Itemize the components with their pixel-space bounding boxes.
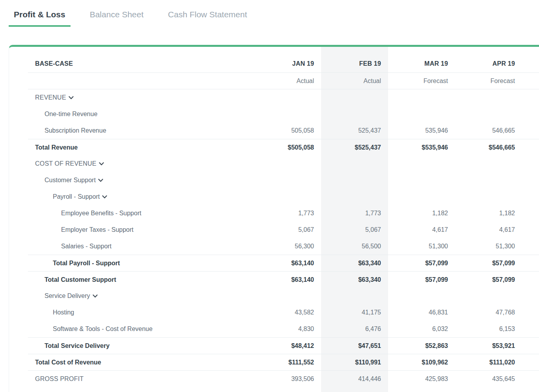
chevron-down-icon[interactable] bbox=[98, 179, 103, 182]
cell-total-service-delivery-jan-19: $48,412 bbox=[254, 337, 321, 354]
chevron-down-icon[interactable] bbox=[93, 294, 98, 298]
row-label-text: Total Cost of Revenue bbox=[35, 359, 101, 366]
row-filler bbox=[522, 139, 539, 155]
tab-profit-and-loss[interactable]: Profit & Loss bbox=[9, 9, 71, 27]
statement-tabs: Profit & Loss Balance Sheet Cash Flow St… bbox=[0, 0, 539, 27]
row-label-text: Service Delivery bbox=[45, 292, 90, 300]
row-filler bbox=[522, 271, 539, 288]
row-label-salaries-support: Salaries - Support bbox=[28, 238, 254, 255]
cell-employer-taxes-support-mar-19: 4,617 bbox=[388, 222, 455, 238]
row-label-hosting: Hosting bbox=[28, 304, 254, 321]
spacer-cell bbox=[522, 387, 539, 392]
cell-subscription-revenue-apr-19: 546,665 bbox=[455, 122, 522, 139]
row-label-text: REVENUE bbox=[35, 94, 66, 101]
cell-hosting-apr-19: 47,768 bbox=[455, 304, 522, 321]
scenario-label: BASE-CASE bbox=[35, 60, 73, 67]
cell-service-delivery-jan-19 bbox=[254, 288, 321, 304]
cell-total-payroll-support-feb-19: $63,340 bbox=[321, 255, 388, 271]
row-filler bbox=[522, 354, 539, 370]
cell-employer-taxes-support-apr-19: 4,617 bbox=[455, 222, 522, 238]
tab-cash-flow-statement[interactable]: Cash Flow Statement bbox=[163, 9, 252, 27]
row-label-customer-support: Customer Support bbox=[28, 172, 254, 189]
cell-revenue-apr-19 bbox=[455, 89, 522, 106]
row-label-subscription-revenue: Subscription Revenue bbox=[28, 122, 254, 139]
row-label-text: Payroll - Support bbox=[53, 193, 100, 200]
cell-employer-taxes-support-feb-19: 5,067 bbox=[321, 222, 388, 238]
column-header-jan-19: JAN 19 bbox=[254, 47, 321, 73]
row-label-payroll-support: Payroll - Support bbox=[28, 189, 254, 205]
column-type-apr: Forecast bbox=[455, 73, 522, 89]
row-label-total-revenue: Total Revenue bbox=[28, 139, 254, 155]
row-filler bbox=[522, 172, 539, 189]
column-type-jan: Actual bbox=[254, 73, 321, 89]
chevron-down-icon[interactable] bbox=[69, 96, 74, 100]
row-label-text: Software & Tools - Cost of Revenue bbox=[53, 325, 152, 333]
row-label-text: Hosting bbox=[53, 309, 74, 316]
row-filler bbox=[522, 370, 539, 387]
cell-revenue-jan-19 bbox=[254, 89, 321, 106]
row-label-text: Subscription Revenue bbox=[45, 127, 106, 134]
cell-salaries-support-jan-19: 56,300 bbox=[254, 238, 321, 255]
row-filler bbox=[522, 205, 539, 222]
row-filler bbox=[522, 189, 539, 205]
row-filler bbox=[522, 288, 539, 304]
cell-employer-taxes-support-jan-19: 5,067 bbox=[254, 222, 321, 238]
chevron-down-icon[interactable] bbox=[102, 195, 107, 199]
cell-subscription-revenue-jan-19: 505,058 bbox=[254, 122, 321, 139]
cell-total-cost-of-revenue-apr-19: $111,020 bbox=[455, 354, 522, 370]
row-label-text: COST OF REVENUE bbox=[35, 160, 97, 167]
subheader-blank bbox=[28, 73, 254, 89]
cell-service-delivery-feb-19 bbox=[321, 288, 388, 304]
row-filler bbox=[522, 337, 539, 354]
row-label-employee-benefits-support: Employee Benefits - Support bbox=[28, 205, 254, 222]
row-label-service-delivery: Service Delivery bbox=[28, 288, 254, 304]
column-type-mar: Forecast bbox=[388, 73, 455, 89]
row-label-gross-profit: GROSS PROFIT bbox=[28, 370, 254, 387]
cell-revenue-mar-19 bbox=[388, 89, 455, 106]
cell-total-revenue-jan-19: $505,058 bbox=[254, 139, 321, 155]
spacer-cell bbox=[254, 387, 321, 392]
cell-software-tools-cost-of-revenue-feb-19: 6,476 bbox=[321, 321, 388, 337]
cell-total-customer-support-jan-19: $63,140 bbox=[254, 271, 321, 288]
cell-customer-support-feb-19 bbox=[321, 172, 388, 189]
statement-card: BASE-CASE JAN 19 FEB 19 MAR 19 APR 19 Ac… bbox=[9, 45, 539, 392]
row-label-revenue: REVENUE bbox=[28, 89, 254, 106]
cell-cost-of-revenue-apr-19 bbox=[455, 155, 522, 172]
spacer-cell bbox=[388, 387, 455, 392]
tab-balance-sheet[interactable]: Balance Sheet bbox=[85, 9, 149, 27]
cell-employee-benefits-support-apr-19: 1,182 bbox=[455, 205, 522, 222]
row-label-text: Employee Benefits - Support bbox=[61, 210, 141, 217]
row-label-cost-of-revenue: COST OF REVENUE bbox=[28, 155, 254, 172]
pl-table: BASE-CASE JAN 19 FEB 19 MAR 19 APR 19 Ac… bbox=[28, 47, 539, 392]
cell-total-payroll-support-mar-19: $57,099 bbox=[388, 255, 455, 271]
row-label-text: Total Service Delivery bbox=[45, 342, 110, 349]
cell-subscription-revenue-feb-19: 525,437 bbox=[321, 122, 388, 139]
cell-total-service-delivery-mar-19: $52,863 bbox=[388, 337, 455, 354]
column-type-feb: Actual bbox=[321, 73, 388, 89]
column-header-feb-19: FEB 19 bbox=[321, 47, 388, 73]
cell-employee-benefits-support-feb-19: 1,773 bbox=[321, 205, 388, 222]
cell-software-tools-cost-of-revenue-mar-19: 6,032 bbox=[388, 321, 455, 337]
cell-payroll-support-jan-19 bbox=[254, 189, 321, 205]
row-label-total-payroll-support: Total Payroll - Support bbox=[28, 255, 254, 271]
cell-salaries-support-feb-19: 56,500 bbox=[321, 238, 388, 255]
cell-total-revenue-mar-19: $535,946 bbox=[388, 139, 455, 155]
cell-gross-profit-feb-19: 414,446 bbox=[321, 370, 388, 387]
chevron-down-icon[interactable] bbox=[99, 162, 104, 166]
row-label-text: Total Customer Support bbox=[45, 276, 116, 283]
cell-hosting-feb-19: 41,175 bbox=[321, 304, 388, 321]
cell-customer-support-jan-19 bbox=[254, 172, 321, 189]
cell-total-cost-of-revenue-jan-19: $111,552 bbox=[254, 354, 321, 370]
cell-total-revenue-apr-19: $546,665 bbox=[455, 139, 522, 155]
cell-salaries-support-apr-19: 51,300 bbox=[455, 238, 522, 255]
row-label-text: Customer Support bbox=[45, 177, 96, 184]
row-label-text: One-time Revenue bbox=[45, 111, 97, 118]
cell-employee-benefits-support-jan-19: 1,773 bbox=[254, 205, 321, 222]
row-label-text: Employer Taxes - Support bbox=[61, 226, 134, 233]
cell-hosting-jan-19: 43,582 bbox=[254, 304, 321, 321]
cell-gross-profit-apr-19: 435,645 bbox=[455, 370, 522, 387]
row-filler bbox=[522, 222, 539, 238]
cell-software-tools-cost-of-revenue-jan-19: 4,830 bbox=[254, 321, 321, 337]
cell-total-revenue-feb-19: $525,437 bbox=[321, 139, 388, 155]
row-label-software-tools-cost-of-revenue: Software & Tools - Cost of Revenue bbox=[28, 321, 254, 337]
